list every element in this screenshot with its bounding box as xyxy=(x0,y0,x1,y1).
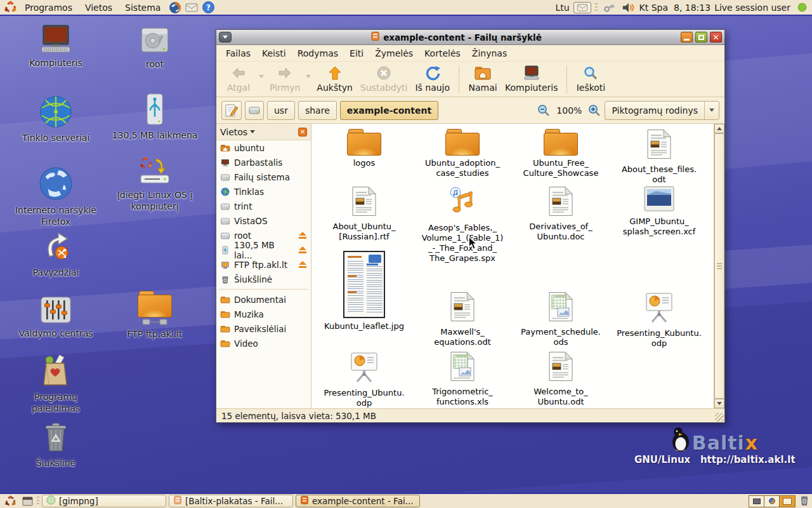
file-item[interactable]: Kubuntu_leaflet.jpg xyxy=(317,251,412,331)
file-item[interactable]: GIMP_Ubuntu_ splash_screen.xcf xyxy=(612,186,707,237)
resize-grip[interactable] xyxy=(715,413,724,422)
key-icon[interactable] xyxy=(601,1,617,15)
eject-button[interactable] xyxy=(298,246,307,254)
minimize-button[interactable] xyxy=(681,32,693,43)
workspace-switcher[interactable] xyxy=(749,495,796,507)
zoom-out-button[interactable] xyxy=(537,104,551,117)
menu-programos[interactable]: Programos xyxy=(19,1,78,14)
file-item[interactable]: Derivatives_of_ Ubuntu.doc xyxy=(513,186,608,242)
menu-keisti[interactable]: Keisti xyxy=(256,46,292,60)
sidebar-item-paveiksleliai[interactable]: Paveikslėliai xyxy=(216,321,311,336)
sidebar-item-ubuntu[interactable]: ubuntu xyxy=(216,140,311,155)
menu-sistema[interactable]: Sistema xyxy=(119,1,166,14)
file-item[interactable]: Presenting_Kubuntu. odp xyxy=(612,291,707,349)
workspace-3-active[interactable] xyxy=(780,496,795,507)
titlebar[interactable]: example-content - Failų naršyklė ✕ xyxy=(216,30,724,45)
sidebar-item-dokumentai[interactable]: Dokumentai xyxy=(216,292,311,307)
sidebar-item-trint[interactable]: trint xyxy=(216,199,311,213)
menu-rodymas[interactable]: Rodymas xyxy=(292,46,344,60)
forward-button[interactable]: Pirmyn xyxy=(266,64,304,95)
close-button[interactable]: ✕ xyxy=(710,32,722,43)
scrollbar-thumb[interactable] xyxy=(714,133,724,399)
sidebar-header[interactable]: Vietos ✕ xyxy=(216,124,311,140)
taskbar-item-example-content[interactable]: example-content - Fai... xyxy=(296,495,420,507)
menu-korteles[interactable]: Kortelės xyxy=(419,46,466,60)
desktop-icon-valdymo-centras[interactable]: Valdymo centras xyxy=(11,296,100,340)
sidebar-item-muzika[interactable]: Muzika xyxy=(216,307,311,321)
applet-drag-handle[interactable] xyxy=(37,497,39,505)
scroll-up-button[interactable] xyxy=(714,124,724,133)
workspace-2[interactable] xyxy=(764,496,780,507)
vertical-scrollbar[interactable] xyxy=(714,124,724,408)
back-button[interactable]: Atgal xyxy=(220,64,257,95)
firefox-launcher-icon[interactable] xyxy=(167,1,183,15)
help-launcher-icon[interactable]: ? xyxy=(200,1,216,15)
ubuntu-logo-icon[interactable] xyxy=(3,1,18,15)
trash-applet-icon[interactable] xyxy=(799,495,809,508)
show-desktop-button[interactable] xyxy=(20,495,34,507)
menu-zymeles[interactable]: Žymelės xyxy=(369,46,419,60)
reload-button[interactable]: Iš naujo xyxy=(411,64,454,95)
maximize-button[interactable] xyxy=(695,32,707,43)
sidebar-item-laikmena[interactable]: 130,5 MB lai... xyxy=(216,243,311,257)
file-item[interactable]: Ubuntu_adoption_ case_studies xyxy=(415,129,510,178)
file-item[interactable]: Welcome_to_ Ubuntu.odt xyxy=(513,351,608,407)
desktop-icon-laikmena[interactable]: 130,5 MB laikmena xyxy=(110,93,199,142)
up-button[interactable]: Aukštyn xyxy=(313,64,357,95)
clock[interactable]: Kt Spa 8, 18:13 xyxy=(639,3,711,13)
desktop-icon-root[interactable]: root xyxy=(110,25,199,70)
sidebar-item-tinklas[interactable]: Tinklas xyxy=(216,184,311,199)
menu-eiti[interactable]: Eiti xyxy=(344,46,369,60)
menu-vietos[interactable]: Vietos xyxy=(79,1,118,14)
sidebar-item-failu-sistema[interactable]: Failų sistema xyxy=(216,170,311,184)
file-item[interactable]: About_these_files. odt xyxy=(612,129,707,185)
mail-launcher-icon[interactable] xyxy=(184,1,199,15)
desktop-icon-firefox[interactable]: Interneto naršyklė Firefox xyxy=(11,166,100,227)
eject-button[interactable] xyxy=(298,261,307,269)
file-item[interactable]: About_Ubuntu_ [Russian].rtf xyxy=(317,186,412,242)
applet-drag-handle[interactable] xyxy=(595,3,598,12)
file-item[interactable]: Payment_schedule. ods xyxy=(513,291,608,347)
view-mode-select[interactable]: Piktogramų rodinys xyxy=(605,101,719,120)
path-segment-usr[interactable]: usr xyxy=(267,101,295,120)
sidebar-item-video[interactable]: Video xyxy=(216,336,311,351)
ubuntu-logo-icon[interactable] xyxy=(3,494,18,508)
user-switcher[interactable]: Live session user xyxy=(714,3,790,13)
desktop-icon-ftp[interactable]: FTP ftp.akl.lt xyxy=(110,291,199,340)
mail-indicator-icon[interactable] xyxy=(573,2,591,13)
home-button[interactable]: Namai xyxy=(464,64,501,95)
sidebar-item-ftp[interactable]: FTP ftp.akl.lt xyxy=(216,257,311,272)
sidebar-close-button[interactable]: ✕ xyxy=(298,128,307,137)
forward-history-dropdown[interactable] xyxy=(304,64,313,95)
desktop-icon-tinklo-serveriai[interactable]: Tinklo serveriai xyxy=(11,95,100,144)
stop-button[interactable]: Sustabdyti xyxy=(357,64,412,95)
sidebar-item-siuksline[interactable]: Šiukšlinė xyxy=(216,272,311,286)
menu-failas[interactable]: Failas xyxy=(220,46,256,60)
keyboard-layout-indicator[interactable]: Ltu xyxy=(555,3,569,13)
menu-zinynas[interactable]: Žinynas xyxy=(466,46,513,60)
filesystem-root-button[interactable] xyxy=(245,101,264,120)
taskbar-item-gimpng[interactable]: [gimpng] xyxy=(42,495,166,507)
window-menu-button[interactable] xyxy=(219,32,232,43)
desktop-icon-kompiuteris[interactable]: Kompiuteris xyxy=(11,24,100,69)
back-history-dropdown[interactable] xyxy=(257,64,266,95)
file-item[interactable]: Trigonometric_ functions.xls xyxy=(415,351,510,407)
desktop-icon-programu-paleidimas[interactable]: Programų paleidimas xyxy=(11,354,100,414)
taskbar-item-baltix-plakatas[interactable]: [Baltix-plakatas - Fail... xyxy=(169,495,293,507)
file-item[interactable]: Ubuntu_Free_ Culture_Showcase xyxy=(513,129,608,178)
eject-button[interactable] xyxy=(298,232,307,239)
scroll-down-button[interactable] xyxy=(714,399,724,408)
volume-icon[interactable] xyxy=(620,1,636,15)
file-item[interactable]: Maxwell's_ equations.odt xyxy=(415,291,510,347)
desktop-icon-trash[interactable]: Šiukšlinė xyxy=(11,422,100,469)
path-segment-share[interactable]: share xyxy=(298,101,337,120)
search-button[interactable]: Ieškoti xyxy=(572,64,609,95)
zoom-in-button[interactable] xyxy=(587,104,601,117)
file-item[interactable]: Aesop's_Fables,_ Volume_1_(Fable_1) _-_T… xyxy=(415,186,510,263)
desktop-icon-pavyzdziai[interactable]: Pavyzdžiai xyxy=(11,231,100,279)
edit-location-button[interactable] xyxy=(221,101,242,120)
sidebar-item-darbastalis[interactable]: Darbastalis xyxy=(216,155,311,170)
sidebar-item-vistaos[interactable]: VistaOS xyxy=(216,213,311,228)
computer-button[interactable]: Kompiuteris xyxy=(501,64,561,95)
path-segment-example-content[interactable]: example-content xyxy=(340,101,438,120)
